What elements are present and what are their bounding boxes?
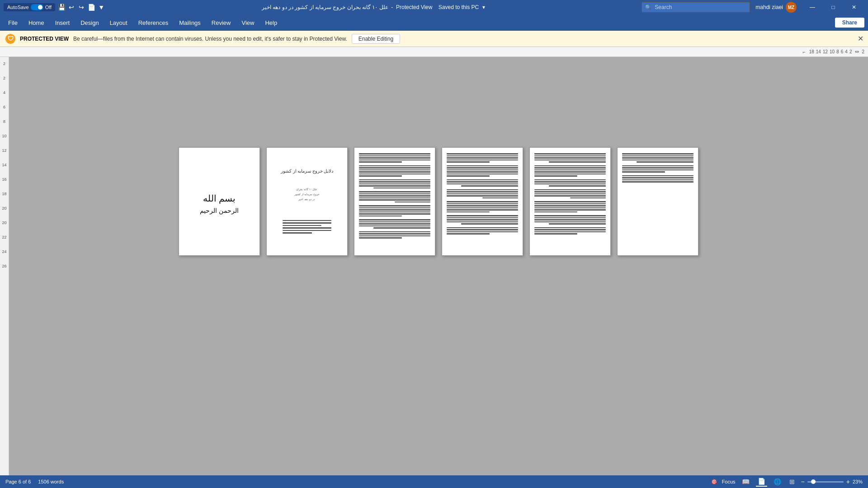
page2-title-content: دلایل خروج سرمایه از کشور علل ۱۰ گانه بح… [267,148,347,255]
menu-home[interactable]: Home [24,18,49,28]
search-input[interactable] [642,2,750,13]
menu-references[interactable]: References [134,18,173,28]
new-doc-icon[interactable]: 📄 [88,4,95,11]
menu-view[interactable]: View [237,18,259,28]
para [534,201,606,212]
para [359,153,430,163]
page-3 [354,147,435,256]
menu-design[interactable]: Design [76,18,103,28]
immersive-view-button[interactable]: ⊞ [788,477,797,486]
menu-help[interactable]: Help [260,18,282,28]
zoom-in-button[interactable]: + [846,478,850,485]
title-bar-right: 🔍 mahdi ziaei MZ — □ ✕ [642,0,864,14]
zoom-level: 23% [853,479,863,484]
share-button[interactable]: Share [835,18,864,28]
left-ruler: 2 2 4 6 8 10 12 14 16 18 20 20 22 24 26 [0,57,9,475]
web-view-button[interactable]: 🌐 [772,477,783,486]
para [622,153,693,163]
read-view-button[interactable]: 📖 [740,477,751,486]
autosave-button[interactable]: AutoSave Off [4,3,55,11]
save-icon[interactable]: 💾 [58,4,65,11]
menu-file[interactable]: File [4,18,22,28]
title-bar-left: AutoSave Off 💾 ↩ ↪ 📄 ▼ [4,3,105,11]
para [359,191,430,202]
enable-editing-button[interactable]: Enable Editing [352,34,400,44]
autosave-label: AutoSave [7,5,29,10]
para [447,165,518,177]
window-controls: — □ ✕ [802,0,864,14]
ruler-expand-icon[interactable]: ⇔ [854,49,860,55]
svg-text:بسم الله: بسم الله [203,193,236,204]
shield-icon: 🛡 [5,34,15,44]
para [359,165,430,177]
page2-title-text: دلایل خروج سرمایه از کشور [281,169,333,174]
print-view-button[interactable]: 📄 [756,477,767,487]
menu-insert[interactable]: Insert [51,18,75,28]
redo-icon[interactable]: ↪ [78,4,85,11]
page1-calligraphy: بسم الله الرحمن الرحیم [179,148,259,255]
para [534,153,606,163]
user-info: mahdi ziaei MZ [755,2,797,13]
top-ruler: ⌐ 18 14 12 10 8 6 4 2 ⇔ 2 [0,47,868,57]
dropdown-icon[interactable]: ▾ [482,4,485,10]
status-bar: Page 6 of 6 1506 words 🎯 Focus 📖 📄 🌐 ⊞ −… [0,475,868,488]
username-label: mahdi ziaei [755,4,783,10]
document-canvas[interactable]: بسم الله الرحمن الرحیم دلایل خروج سرمایه… [9,57,868,475]
title-bar: AutoSave Off 💾 ↩ ↪ 📄 ▼ علل ۱۰ گانه بحران… [0,0,868,14]
word-count: 1506 words [38,479,64,484]
svg-text:الرحمن الرحیم: الرحمن الرحیم [200,207,239,215]
focus-text: Focus [722,479,736,484]
menu-mailings[interactable]: Mailings [175,18,205,28]
zoom-section: − + 23% [801,478,863,485]
para [447,189,518,199]
autosave-toggle[interactable] [31,4,43,10]
zoom-thumb [811,479,816,484]
para [359,219,430,229]
para [622,175,693,183]
close-button[interactable]: ✕ [844,0,864,14]
protected-message: Be careful—files from the Internet can c… [73,36,347,42]
minimize-button[interactable]: — [802,0,823,14]
page4-content [442,148,523,243]
pages-row: بسم الله الرحمن الرحیم دلایل خروج سرمایه… [179,147,698,256]
page6-content [618,148,698,191]
para [534,189,606,199]
para [359,205,430,216]
ruler-left-icon[interactable]: ⌐ [801,49,807,55]
main-area: 2 2 4 6 8 10 12 14 16 18 20 20 22 24 26 … [0,57,868,475]
protected-label: PROTECTED VIEW [20,36,69,42]
protected-view-bar: 🛡 PROTECTED VIEW Be careful—files from t… [0,31,868,47]
focus-label: 🎯 [711,479,717,485]
page2-text [276,220,338,235]
menu-layout[interactable]: Layout [105,18,132,28]
page5-content [530,148,610,243]
menu-bar: File Home Insert Design Layout Reference… [0,14,868,31]
para [447,179,518,187]
para [534,165,606,177]
para [447,227,518,235]
status-left: Page 6 of 6 1506 words [5,479,64,484]
para [534,227,606,235]
page-6 [617,147,698,256]
customize-icon[interactable]: ▼ [98,4,105,11]
para [534,215,606,225]
para [447,153,518,163]
para [622,165,693,173]
page-4 [442,147,523,256]
page-info: Page 6 of 6 [5,479,31,484]
undo-icon[interactable]: ↩ [68,4,75,11]
zoom-out-button[interactable]: − [801,478,805,485]
page3-content [354,148,435,247]
para [447,201,518,212]
menu-review[interactable]: Review [207,18,236,28]
para [359,231,430,239]
page-1: بسم الله الرحمن الرحیم [179,147,260,256]
maximize-button[interactable]: □ [823,0,844,14]
document-title: علل ۱۰ گانه بحران خروج سرمایه از کشور در… [105,4,642,10]
para [534,179,606,187]
search-icon: 🔍 [645,5,651,10]
close-protected-bar-button[interactable]: ✕ [858,34,863,43]
zoom-slider[interactable] [807,481,844,483]
avatar[interactable]: MZ [786,2,797,13]
page-2: دلایل خروج سرمایه از کشور علل ۱۰ گانه بح… [266,147,348,256]
